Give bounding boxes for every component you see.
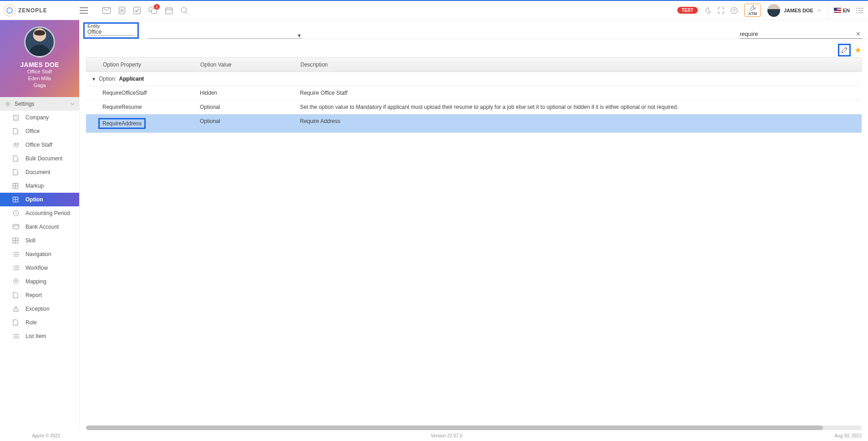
sidebar-item-role[interactable]: Role (0, 316, 79, 329)
edit-button[interactable] (838, 44, 851, 56)
svg-point-24 (13, 266, 14, 267)
profile-role: Office Staff (4, 68, 76, 75)
help-icon[interactable]: ? (731, 7, 738, 14)
group-value: Applicant (119, 76, 144, 82)
theme-toggle-icon[interactable] (704, 7, 711, 14)
svg-point-26 (13, 269, 14, 270)
collapse-icon[interactable]: ▼ (91, 77, 96, 82)
group-label: Option: (99, 76, 117, 82)
entity-selector[interactable]: Entity Office (83, 22, 139, 39)
fullscreen-icon[interactable] (718, 7, 724, 14)
flag-us-icon (834, 8, 841, 13)
atm-button[interactable]: ATM (744, 4, 761, 17)
mail-icon[interactable] (102, 7, 111, 14)
sidebar-item-option[interactable]: Option (0, 193, 79, 206)
topbar: ZENOPLE 1 TEST ? ATM JAMES DOE EN (0, 1, 868, 20)
cell-option-value: Optional (200, 118, 300, 129)
atm-label: ATM (748, 11, 757, 16)
scrollbar-thumb[interactable] (86, 426, 823, 430)
calculator-icon[interactable] (119, 7, 125, 14)
svg-rect-13 (14, 115, 18, 120)
sidebar-item-document[interactable]: Document (0, 165, 79, 179)
brand-logo-icon (4, 5, 15, 16)
sidebar-item-company[interactable]: Company (0, 111, 79, 124)
sidebar-item-bank-account[interactable]: Bank Account (0, 220, 79, 234)
horizontal-scrollbar[interactable] (86, 426, 862, 430)
chat-icon[interactable]: 1 (149, 7, 157, 14)
env-badge: TEST (677, 7, 698, 14)
user-menu[interactable]: JAMES DOE (767, 4, 822, 17)
warn-icon (13, 306, 20, 312)
search-input[interactable] (740, 31, 854, 37)
header-option-property[interactable]: Option Property (86, 62, 200, 68)
language-code: EN (843, 8, 850, 13)
file-icon (13, 155, 20, 162)
search-field[interactable]: ✕ (740, 31, 863, 39)
group-row[interactable]: ▼ Option: Applicant (86, 72, 862, 86)
sidebar-item-label: Company (25, 114, 49, 121)
brand-name: ZENOPLE (18, 7, 47, 14)
sidebar-toggle-button[interactable] (80, 7, 98, 14)
main: Entity Office ▼ ✕ ★ Option Property Opti… (80, 20, 868, 430)
building-icon (13, 114, 20, 121)
svg-point-29 (13, 336, 14, 337)
sidebar-section-settings[interactable]: Settings (0, 97, 79, 111)
svg-rect-5 (166, 8, 173, 14)
sidebar-item-office[interactable]: Office (0, 124, 79, 138)
grid-header-row: Option Property Option Value Description (86, 57, 862, 72)
language-switch[interactable]: EN (828, 1, 850, 20)
chevron-down-icon (817, 9, 822, 12)
table-row[interactable]: RequireResumeOptionalSet the option valu… (86, 100, 862, 114)
svg-point-25 (13, 267, 14, 268)
sidebar-item-label: Bulk Document (25, 155, 62, 162)
svg-text:?: ? (733, 8, 736, 13)
svg-point-28 (13, 334, 14, 335)
sidebar-item-markup[interactable]: Markup (0, 179, 79, 193)
file-icon (13, 292, 20, 298)
sidebar-item-label: Office Staff (25, 142, 52, 148)
favorite-icon[interactable]: ★ (854, 45, 862, 55)
highlighted-cell: RequireAddress (98, 118, 146, 129)
list-icon (13, 265, 20, 271)
sidebar-item-label: Report (25, 292, 42, 298)
search-icon[interactable] (181, 7, 188, 14)
sidebar-item-label: Markup (25, 183, 44, 189)
svg-point-15 (17, 143, 19, 145)
sidebar-item-list-item[interactable]: List Item (0, 329, 79, 343)
profile-name: JAMES DOE (4, 61, 76, 68)
filter-bar: Entity Office ▼ ✕ (80, 20, 868, 39)
checkbox-icon[interactable] (133, 7, 141, 14)
sidebar-item-accounting-period[interactable]: Accounting Period (0, 206, 79, 220)
calendar-icon[interactable] (165, 7, 173, 14)
sidebar-item-skill[interactable]: Skill (0, 234, 79, 247)
cell-description: Require Address (300, 118, 862, 129)
sidebar-item-exception[interactable]: Exception (0, 302, 79, 316)
svg-rect-2 (134, 7, 141, 14)
card-icon (13, 224, 20, 230)
header-option-value[interactable]: Option Value (200, 62, 300, 68)
avatar-icon (767, 4, 780, 17)
chevron-down-icon: ▼ (297, 33, 302, 38)
entity-label: Entity (87, 23, 135, 29)
entity-dropdown-line[interactable]: ▼ (148, 31, 303, 39)
svg-point-6 (182, 7, 187, 12)
sidebar-item-label: Skill (25, 237, 36, 244)
sidebar-item-navigation[interactable]: Navigation (0, 247, 79, 261)
sidebar-item-mapping[interactable]: Mapping (0, 275, 79, 288)
sidebar-item-office-staff[interactable]: Office Staff (0, 138, 79, 152)
sidebar-item-report[interactable]: Report (0, 288, 79, 302)
gear-icon (5, 101, 11, 107)
table-row[interactable]: RequireAddressOptionalRequire Address (86, 114, 862, 133)
file-icon (13, 319, 20, 326)
sidebar-item-workflow[interactable]: Workflow (0, 261, 79, 275)
list-view-icon[interactable] (856, 7, 863, 14)
sidebar-item-label: Office (25, 128, 40, 134)
clear-search-icon[interactable]: ✕ (854, 31, 863, 37)
header-description[interactable]: Description (300, 62, 861, 68)
grid-icon (13, 197, 20, 202)
table-row[interactable]: RequireOfficeStaffHiddenRequire Office S… (86, 86, 862, 100)
sidebar-item-bulk-document[interactable]: Bulk Document (0, 152, 79, 165)
sidebar-item-label: Bank Account (25, 224, 59, 230)
sidebar-item-label: Workflow (25, 265, 48, 271)
cell-option-property: RequireResume (86, 104, 200, 110)
